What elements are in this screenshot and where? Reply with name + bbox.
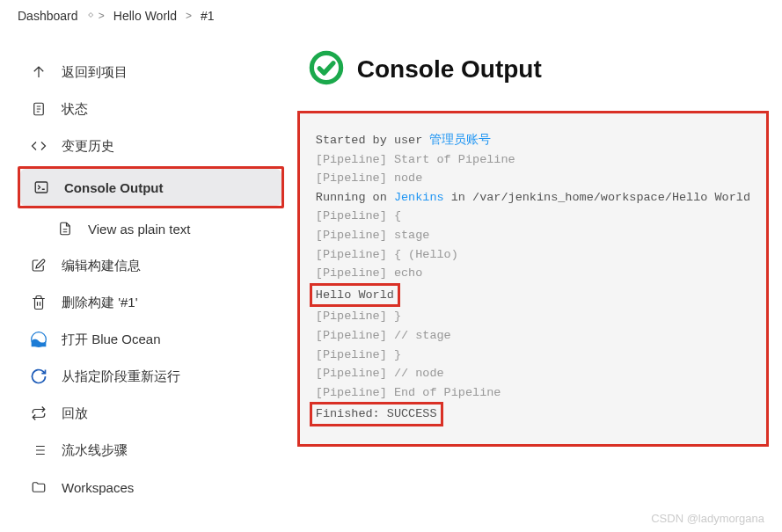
console-line: [Pipeline] // node [316,364,750,383]
document-icon [30,100,48,118]
page-title: Console Output [357,55,542,84]
sidebar-item-delete-build[interactable]: 删除构建 '#1' [18,284,284,321]
console-line-highlight: Hello World [316,283,750,308]
highlight-box: Console Output [18,166,284,208]
breadcrumb-item[interactable]: Dashboard [18,9,78,23]
sidebar-item-back[interactable]: 返回到项目 [18,54,284,91]
sidebar-item-label: 状态 [62,101,88,118]
breadcrumb-separator-icon: > [87,10,105,22]
restart-icon [30,368,48,385]
node-link[interactable]: Jenkins [394,191,444,204]
sidebar-item-blue-ocean[interactable]: 打开 Blue Ocean [18,321,284,358]
folder-icon [30,478,48,496]
breadcrumb: Dashboard > Hello World > #1 [0,0,782,32]
sidebar-item-label: Console Output [64,180,164,195]
sidebar-item-console[interactable]: Console Output [20,169,281,206]
console-line: Running on Jenkins in /var/jenkins_home/… [316,188,750,208]
file-icon [56,220,74,237]
svg-rect-1 [35,182,48,193]
sidebar-item-label: 返回到项目 [62,64,128,81]
console-line: [Pipeline] { [316,207,750,226]
breadcrumb-item[interactable]: #1 [201,9,215,23]
sidebar-item-label: 流水线步骤 [62,442,128,459]
code-icon [30,137,48,155]
chevron-right-icon: > [186,10,192,22]
console-line: [Pipeline] // stage [316,326,750,346]
user-link[interactable]: 管理员账号 [429,134,491,147]
sidebar-item-edit-build[interactable]: 编辑构建信息 [18,247,284,284]
edit-icon [30,257,48,274]
terminal-icon [33,179,50,196]
breadcrumb-item[interactable]: Hello World [113,9,177,23]
console-line: [Pipeline] stage [316,226,750,245]
watermark: CSDN @ladymorgana [651,512,764,525]
console-line: [Pipeline] echo [316,264,750,283]
sidebar-item-replay[interactable]: 回放 [18,395,284,432]
sidebar-item-label: 变更历史 [62,138,114,155]
console-line: [Pipeline] } [316,307,750,326]
console-line: [Pipeline] node [316,169,750,188]
sidebar: 返回到项目 状态 变更历史 Console Output [0,32,293,514]
console-line: Started by user 管理员账号 [316,131,750,150]
sidebar-item-status[interactable]: 状态 [18,91,284,128]
sidebar-item-label: 回放 [62,405,88,422]
sidebar-item-label: View as plain text [88,222,190,237]
arrow-up-icon [30,63,48,81]
page-header: Console Output [308,49,769,90]
list-icon [30,441,48,459]
sidebar-item-changes[interactable]: 变更历史 [18,128,284,164]
console-line: [Pipeline] End of Pipeline [316,383,750,403]
sidebar-item-pipeline-steps[interactable]: 流水线步骤 [18,432,284,469]
console-line-highlight: Finished: SUCCESS [316,402,750,426]
console-output-panel: Started by user 管理员账号 [Pipeline] Start o… [297,111,769,447]
sidebar-item-label: 从指定阶段重新运行 [62,368,180,385]
sidebar-item-label: 编辑构建信息 [62,258,141,274]
console-line: [Pipeline] { (Hello) [316,245,750,265]
sidebar-item-plaintext[interactable]: View as plain text [18,210,284,247]
sidebar-item-label: 打开 Blue Ocean [62,332,161,348]
content-area: Console Output Started by user 管理员账号 [Pi… [293,32,782,514]
sidebar-item-label: 删除构建 '#1' [62,295,138,311]
sidebar-item-label: Workspaces [62,480,134,495]
trash-icon [30,294,48,311]
success-check-icon [308,49,345,90]
replay-icon [30,404,48,422]
console-line: [Pipeline] Start of Pipeline [316,150,750,170]
console-line: [Pipeline] } [316,346,750,365]
sidebar-item-restart-stage[interactable]: 从指定阶段重新运行 [18,358,284,395]
blue-ocean-icon [30,331,48,348]
sidebar-item-workspaces[interactable]: Workspaces [18,469,284,506]
